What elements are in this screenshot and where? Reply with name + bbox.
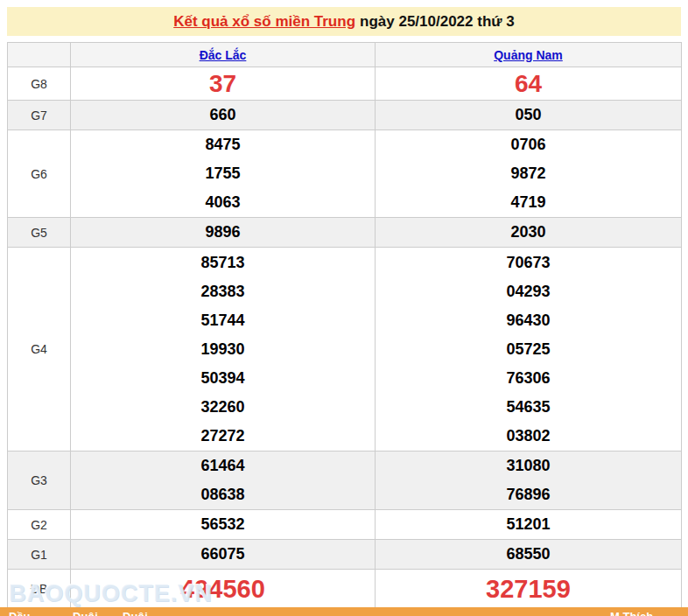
prize-label: G4 xyxy=(8,248,71,452)
table-header-row: Đắc Lắc Quảng Nam xyxy=(8,43,682,67)
result-number: 31080 xyxy=(376,452,681,480)
result-number: 327159 xyxy=(376,570,681,608)
prize-label: G1 xyxy=(8,540,71,570)
result-number: 51201 xyxy=(376,510,681,539)
title-banner: Kết quả xổ số miền Trung ngày 25/10/2022… xyxy=(7,7,681,36)
result-number: 27272 xyxy=(71,422,375,451)
result-number: 050 xyxy=(376,101,681,130)
result-number: 4719 xyxy=(376,188,681,217)
prize-label: G2 xyxy=(8,510,71,540)
prize-label: G8 xyxy=(8,67,71,101)
result-number: 0706 xyxy=(376,130,681,159)
result-number: 03802 xyxy=(376,422,681,451)
prize-label: G7 xyxy=(8,101,71,130)
title-date-text: ngày 25/10/2022 thứ 3 xyxy=(360,13,515,31)
title-link[interactable]: Kết quả xổ số miền Trung xyxy=(173,13,355,31)
result-number: 76896 xyxy=(376,480,681,509)
result-number: 28383 xyxy=(71,277,375,306)
column-header-quang-nam: Quảng Nam xyxy=(376,43,682,67)
clipped-text-fragment: Đuôi xyxy=(73,610,98,616)
result-number: 96430 xyxy=(376,306,681,335)
result-number: 76306 xyxy=(376,364,681,393)
result-number: 66075 xyxy=(71,540,375,569)
row-g7: G7 660 050 xyxy=(8,101,682,130)
result-number: 51744 xyxy=(71,306,375,335)
row-g5: G5 9896 2030 xyxy=(8,218,682,248)
row-g4: G4 85713 28383 51744 19930 50394 32260 2… xyxy=(8,248,682,452)
province-link-dac-lac[interactable]: Đắc Lắc xyxy=(200,48,247,62)
result-number: 54635 xyxy=(376,393,681,422)
row-g3: G3 61464 08638 31080 76896 xyxy=(8,452,682,510)
results-table: Đắc Lắc Quảng Nam G8 37 64 G7 660 050 G6… xyxy=(7,42,682,609)
result-number: 494560 xyxy=(71,570,375,608)
result-number: 68550 xyxy=(376,540,681,569)
result-number: 50394 xyxy=(71,364,375,393)
result-number: 19930 xyxy=(71,335,375,364)
result-number: 4063 xyxy=(71,188,375,217)
bottom-orange-bar: Đầu Đuôi Đuôi M Thích xyxy=(0,607,688,616)
row-g8: G8 37 64 xyxy=(8,67,682,101)
result-number: 08638 xyxy=(71,480,375,509)
result-number: 85713 xyxy=(71,248,375,277)
prize-label: G5 xyxy=(8,218,71,248)
result-number: 9896 xyxy=(71,218,375,247)
result-number: 1755 xyxy=(71,159,375,188)
clipped-text-fragment: M Thích xyxy=(610,610,653,616)
province-link-quang-nam[interactable]: Quảng Nam xyxy=(494,48,563,62)
result-number: 56532 xyxy=(71,510,375,539)
result-number: 61464 xyxy=(71,452,375,480)
row-g2: G2 56532 51201 xyxy=(8,510,682,540)
result-number: 37 xyxy=(71,68,375,100)
row-g6: G6 8475 1755 4063 0706 9872 4719 xyxy=(8,130,682,218)
corner-cell xyxy=(8,43,71,67)
column-header-dac-lac: Đắc Lắc xyxy=(71,43,376,67)
result-number: 2030 xyxy=(376,218,681,247)
clipped-text-fragment: Đuôi xyxy=(123,610,148,616)
prize-label: ĐB xyxy=(8,570,71,609)
result-number: 04293 xyxy=(376,277,681,306)
row-db-special-prize: ĐB 494560 327159 xyxy=(8,570,682,609)
clipped-text-fragment: Đầu xyxy=(9,610,31,616)
prize-label: G6 xyxy=(8,130,71,218)
row-g1: G1 66075 68550 xyxy=(8,540,682,570)
result-number: 05725 xyxy=(376,335,681,364)
lottery-results-page: Kết quả xổ số miền Trung ngày 25/10/2022… xyxy=(0,0,688,616)
prize-label: G3 xyxy=(8,452,71,510)
result-number: 660 xyxy=(71,101,375,130)
result-number: 9872 xyxy=(376,159,681,188)
result-number: 32260 xyxy=(71,393,375,422)
result-number: 70673 xyxy=(376,248,681,277)
result-number: 8475 xyxy=(71,130,375,159)
result-number: 64 xyxy=(376,68,681,100)
